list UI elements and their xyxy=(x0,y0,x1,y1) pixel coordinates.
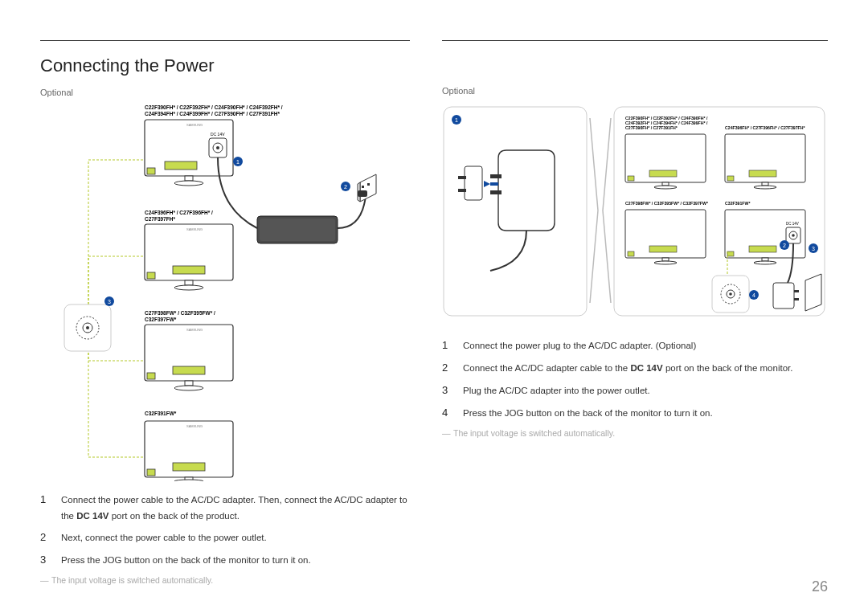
svg-text:SAMSUNG: SAMSUNG xyxy=(186,227,203,231)
svg-text:3: 3 xyxy=(812,246,815,251)
svg-text:2: 2 xyxy=(344,184,347,190)
mini-monitor-3 xyxy=(625,210,706,264)
svg-point-69 xyxy=(754,261,776,264)
svg-text:4: 4 xyxy=(752,292,755,298)
svg-rect-60 xyxy=(649,246,677,252)
svg-rect-48 xyxy=(649,170,677,177)
svg-rect-4 xyxy=(185,176,193,181)
svg-rect-11 xyxy=(173,266,205,274)
svg-text:SAMSUNG: SAMSUNG xyxy=(186,424,203,428)
left-diagram-svg: C22F390FH* / C22F392FH* / C24F390FH* / C… xyxy=(40,104,410,481)
svg-rect-12 xyxy=(147,272,155,279)
svg-point-63 xyxy=(654,261,677,264)
svg-point-51 xyxy=(654,186,677,189)
right-step-1: 1Connect the power plug to the AC/DC ada… xyxy=(442,337,828,354)
svg-text:2: 2 xyxy=(783,243,786,248)
svg-rect-34 xyxy=(260,219,335,241)
right-step-4: 4Press the JOG button on the back of the… xyxy=(442,404,828,422)
svg-rect-44 xyxy=(458,189,466,192)
monitor-back-4: SAMSUNG xyxy=(145,421,233,481)
svg-rect-18 xyxy=(147,373,155,379)
left-column: Connecting the Power Optional C22F390FH*… xyxy=(40,40,410,585)
svg-text:1: 1 xyxy=(455,117,458,123)
svg-point-80 xyxy=(729,292,732,296)
wall-outlet xyxy=(805,274,821,311)
svg-text:C24F396FH* / C27F396FH* / C27F: C24F396FH* / C27F396FH* / C27F397FH* xyxy=(725,125,805,130)
svg-rect-68 xyxy=(762,258,768,261)
svg-rect-14 xyxy=(185,280,193,285)
optional-label-right: Optional xyxy=(442,86,828,96)
svg-point-21 xyxy=(174,386,203,390)
svg-point-15 xyxy=(174,285,203,290)
right-step-3: 3Plug the AC/DC adapter into the power o… xyxy=(442,382,828,399)
svg-rect-41 xyxy=(490,190,502,194)
left-note: The input voltage is switched automatica… xyxy=(40,575,410,585)
svg-rect-24 xyxy=(147,469,155,476)
models-group2-label: C24F396FH* / C27F396FH* / C27F397FH* xyxy=(145,210,215,222)
two-column-layout: Connecting the Power Optional C22F390FH*… xyxy=(40,40,828,585)
svg-point-57 xyxy=(754,186,776,189)
right-step-2: 2Connect the AC/DC adapter cable to the … xyxy=(442,359,828,377)
svg-rect-62 xyxy=(662,258,669,261)
monitor-back-2: SAMSUNG xyxy=(145,224,233,290)
svg-rect-35 xyxy=(362,186,364,188)
left-steps-list: 1Connect the power cable to the AC/DC ad… xyxy=(40,491,410,569)
svg-point-5 xyxy=(174,181,203,186)
svg-text:1: 1 xyxy=(236,159,240,165)
svg-point-8 xyxy=(216,146,219,149)
right-diagram-svg: 1 xyxy=(442,102,828,327)
left-step-3: 3Press the JOG button on the back of the… xyxy=(40,551,410,569)
dc14v-label: DC 14V xyxy=(211,132,225,137)
svg-rect-20 xyxy=(185,381,193,386)
right-diagram: 1 xyxy=(442,102,828,327)
svg-rect-67 xyxy=(727,251,734,256)
svg-rect-54 xyxy=(749,170,776,177)
left-step-1: 1Connect the power cable to the AC/DC ad… xyxy=(40,491,410,524)
svg-rect-17 xyxy=(173,366,205,374)
left-step-2: 2Next, connect the power cable to the po… xyxy=(40,529,410,546)
svg-text:C27F398FW* / C32F395FW* / C32F: C27F398FW* / C32F395FW* / C32F397FW* xyxy=(625,201,709,206)
page-number: 26 xyxy=(812,578,828,595)
svg-rect-50 xyxy=(662,182,669,186)
svg-rect-66 xyxy=(749,246,776,252)
svg-point-27 xyxy=(174,480,203,481)
section-title: Connecting the Power xyxy=(40,55,410,76)
svg-rect-43 xyxy=(458,176,466,179)
svg-rect-42 xyxy=(465,166,482,200)
svg-rect-2 xyxy=(147,168,155,174)
svg-text:SAMSUNG: SAMSUNG xyxy=(186,328,203,332)
wall-plug xyxy=(358,174,376,202)
svg-rect-1 xyxy=(165,161,197,170)
right-column: Optional 1 xyxy=(442,40,828,585)
left-diagram: C22F390FH* / C22F392FH* / C24F390FH* / C… xyxy=(40,104,410,481)
mini-monitor-2 xyxy=(725,134,805,189)
svg-rect-40 xyxy=(490,174,502,178)
svg-rect-36 xyxy=(367,183,370,186)
svg-text:3: 3 xyxy=(108,299,111,304)
svg-rect-45 xyxy=(490,182,498,186)
svg-rect-49 xyxy=(628,176,634,181)
models-group1-label: C22F390FH* / C22F392FH* / C24F390FH* / C… xyxy=(145,104,284,116)
svg-text:SAMSUNG: SAMSUNG xyxy=(186,123,203,127)
adapter-brick xyxy=(257,216,338,243)
models-group3-label: C27F398FW* / C32F395FW* / C32F397FW* xyxy=(145,310,217,322)
svg-rect-55 xyxy=(727,176,734,181)
right-note: The input voltage is switched automatica… xyxy=(442,428,828,438)
svg-point-31 xyxy=(86,326,89,329)
mini-monitor-1 xyxy=(625,134,706,189)
svg-rect-37 xyxy=(358,190,367,197)
svg-text:C32F391FW*: C32F391FW* xyxy=(725,201,751,206)
jog-button-bubble xyxy=(64,304,111,351)
wall-adapter-small xyxy=(773,283,794,309)
svg-rect-61 xyxy=(628,251,634,256)
svg-rect-56 xyxy=(762,182,768,186)
models-group4-label: C32F391FW* xyxy=(145,411,177,416)
optional-label-left: Optional xyxy=(40,88,410,97)
right-steps-list: 1Connect the power plug to the AC/DC ada… xyxy=(442,337,828,422)
svg-point-72 xyxy=(792,234,795,237)
svg-rect-23 xyxy=(173,463,205,471)
svg-rect-75 xyxy=(794,290,799,292)
svg-rect-76 xyxy=(794,298,799,300)
svg-text:DC 14V: DC 14V xyxy=(786,222,799,226)
monitor-back-3: SAMSUNG xyxy=(145,325,233,390)
